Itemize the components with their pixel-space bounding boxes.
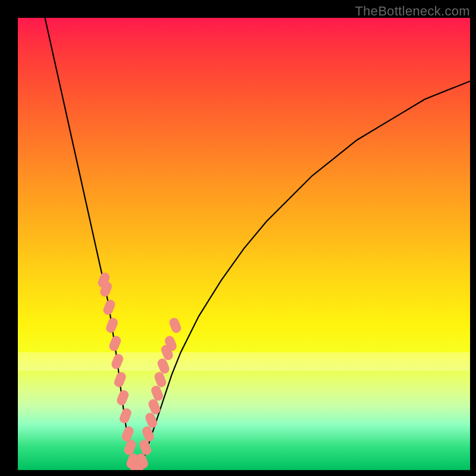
bottleneck-curve <box>45 18 470 470</box>
curve-marker <box>105 317 120 334</box>
curve-marker <box>168 317 183 334</box>
curve-marker <box>118 407 133 425</box>
curve-marker <box>113 371 128 389</box>
curve-marker <box>123 439 137 456</box>
curve-marker <box>108 334 123 352</box>
curve-marker <box>102 298 117 316</box>
watermark-text: TheBottleneck.com <box>355 4 470 19</box>
plot-area <box>18 18 470 470</box>
marker-group <box>96 271 183 470</box>
curve-layer <box>18 18 470 470</box>
curve-marker <box>110 353 125 371</box>
curve-marker <box>120 425 135 443</box>
chart-frame: TheBottleneck.com <box>0 0 476 476</box>
curve-marker <box>115 389 130 406</box>
